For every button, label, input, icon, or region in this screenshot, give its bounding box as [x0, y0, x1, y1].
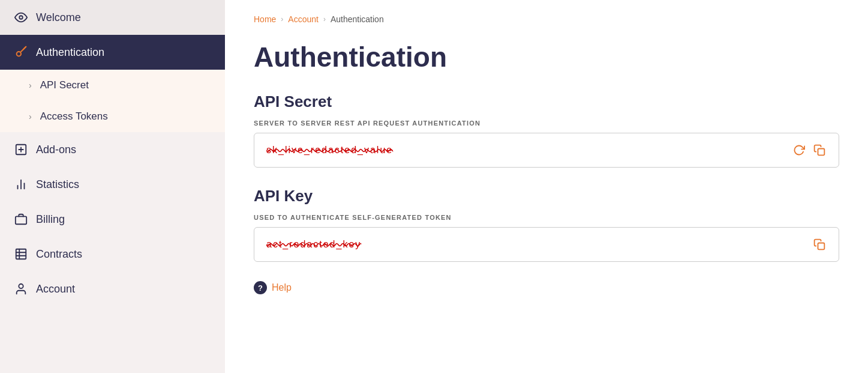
sidebar-item-billing[interactable]: Billing: [0, 202, 225, 237]
chevron-right-icon: ›: [29, 80, 32, 90]
svg-rect-8: [16, 216, 26, 224]
svg-rect-9: [16, 249, 26, 259]
sidebar-item-statistics-label: Statistics: [36, 178, 79, 191]
sidebar-item-account[interactable]: Account: [0, 271, 225, 306]
sidebar-item-addons[interactable]: Add-ons: [0, 132, 225, 167]
sidebar-item-addons-label: Add-ons: [36, 144, 76, 156]
sidebar-item-contracts[interactable]: Contracts: [0, 237, 225, 271]
bar-chart-icon: [14, 178, 28, 191]
plus-square-icon: [14, 143, 28, 156]
api-secret-value: sk_live_redacted_value: [266, 145, 393, 156]
help-row[interactable]: ? Help: [254, 281, 839, 294]
main-content: Home › Account › Authentication Authenti…: [225, 0, 868, 373]
briefcase-icon: [14, 213, 28, 226]
breadcrumb-home[interactable]: Home: [254, 14, 276, 24]
svg-rect-14: [818, 149, 825, 156]
sidebar-item-api-secret-label: API Secret: [40, 79, 89, 91]
api-secret-actions: [792, 143, 827, 157]
sidebar-item-authentication[interactable]: Authentication: [0, 35, 225, 70]
api-secret-refresh-button[interactable]: [792, 143, 806, 157]
help-label: Help: [272, 282, 292, 293]
eye-icon: [14, 11, 28, 24]
chevron-right-icon-2: ›: [29, 112, 32, 121]
key-icon: [14, 46, 28, 59]
sidebar-item-account-label: Account: [36, 283, 75, 296]
user-icon: [14, 282, 28, 296]
help-circle-icon: ?: [254, 281, 267, 294]
svg-rect-15: [818, 243, 825, 250]
api-key-field-box: act_redacted_key: [254, 227, 839, 262]
sidebar-item-welcome[interactable]: Welcome: [0, 0, 225, 35]
api-key-label: USED TO AUTHENTICATE SELF-GENERATED TOKE…: [254, 214, 839, 221]
sidebar-item-welcome-label: Welcome: [36, 11, 81, 24]
sidebar-item-api-secret[interactable]: › API Secret: [0, 70, 225, 101]
sidebar-item-contracts-label: Contracts: [36, 248, 82, 261]
sidebar-item-authentication-label: Authentication: [36, 46, 104, 59]
breadcrumb-sep-1: ›: [281, 15, 283, 23]
book-icon: [14, 247, 28, 261]
svg-point-0: [19, 16, 23, 19]
api-secret-copy-button[interactable]: [812, 143, 827, 157]
breadcrumb-sep-2: ›: [323, 15, 326, 23]
sidebar-item-access-tokens-label: Access Tokens: [40, 111, 108, 123]
breadcrumb-current: Authentication: [331, 14, 384, 24]
sidebar-item-access-tokens[interactable]: › Access Tokens: [0, 101, 225, 132]
api-key-actions: [812, 237, 827, 252]
sidebar: Welcome Authentication › API Secret › Ac…: [0, 0, 225, 373]
svg-point-13: [19, 284, 23, 288]
svg-point-1: [17, 52, 21, 56]
sidebar-item-billing-label: Billing: [36, 213, 65, 226]
api-secret-field-box: sk_live_redacted_value: [254, 133, 839, 168]
api-secret-label: SERVER TO SERVER REST API REQUEST AUTHEN…: [254, 120, 839, 127]
api-key-title: API Key: [254, 187, 839, 205]
api-secret-title: API Secret: [254, 92, 839, 111]
page-title: Authentication: [254, 41, 839, 73]
breadcrumb: Home › Account › Authentication: [254, 14, 839, 24]
breadcrumb-account[interactable]: Account: [288, 14, 319, 24]
api-key-value: act_redacted_key: [266, 239, 361, 250]
api-key-copy-button[interactable]: [812, 237, 827, 252]
sidebar-item-statistics[interactable]: Statistics: [0, 167, 225, 202]
